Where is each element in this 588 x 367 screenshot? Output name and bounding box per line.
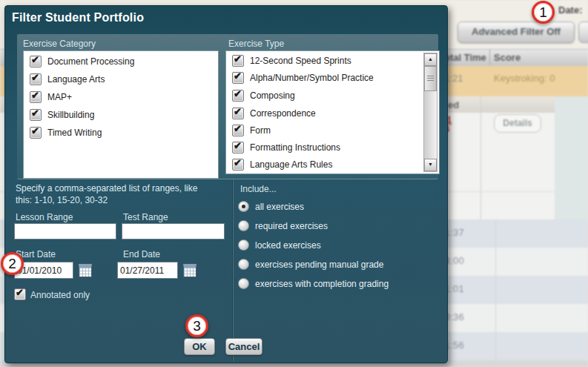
- include-label: Include...: [240, 184, 277, 194]
- item-label: Timed Writing: [47, 128, 102, 138]
- checkbox-map-plus[interactable]: [30, 91, 42, 103]
- start-date-calendar-icon[interactable]: [79, 264, 92, 277]
- range-help-line2: this: 1-10, 15-20, 30-32: [16, 195, 108, 205]
- column-header-score: Score: [494, 52, 521, 63]
- scroll-thumb[interactable]: [424, 66, 437, 91]
- filter-student-portfolio-dialog: Filter Student Portfolio Exercise Catego…: [4, 5, 448, 363]
- end-date-input[interactable]: [117, 262, 178, 279]
- checkbox-composing[interactable]: [232, 90, 244, 102]
- annotated-only-checkbox[interactable]: [14, 288, 26, 300]
- screen: Date: Advanced Filter Off Total Time Sco…: [0, 0, 588, 367]
- annotation-badge-2: 2: [1, 252, 24, 275]
- checkbox-language-arts-rules[interactable]: [232, 159, 244, 171]
- radio-completion-grading[interactable]: [238, 278, 249, 289]
- item-label: Alpha/Number/Symbol Practice: [250, 73, 374, 83]
- checkbox-timed-writing[interactable]: [30, 127, 42, 139]
- row-column-divider: [495, 219, 496, 360]
- ok-button[interactable]: OK: [184, 338, 215, 355]
- radio-pending-manual-grade[interactable]: [238, 259, 249, 270]
- checkbox-form[interactable]: [232, 125, 244, 136]
- item-label: 12-Second Speed Sprints: [250, 56, 351, 66]
- radio-label: required exercises: [255, 221, 328, 231]
- lesson-range-input[interactable]: [14, 223, 116, 239]
- advanced-filter-button[interactable]: Advanced Filter Off: [457, 22, 575, 43]
- annotated-only-label: Annotated only: [30, 290, 90, 300]
- details-button[interactable]: Details: [494, 114, 541, 133]
- detail-divider: [480, 96, 481, 219]
- column-divider: [489, 49, 490, 65]
- item-label: Formatting Instructions: [250, 142, 340, 153]
- scroll-up-icon[interactable]: ▲: [424, 53, 437, 66]
- test-range-label: Test Range: [123, 212, 168, 222]
- exercise-type-scrollbar[interactable]: ▲ ▼: [423, 53, 437, 172]
- item-label: Language Arts: [47, 74, 105, 85]
- test-range-input[interactable]: [122, 223, 225, 239]
- item-label: Skillbuilding: [47, 110, 94, 120]
- exercise-category-label: Exercise Category: [23, 39, 96, 49]
- cancel-button[interactable]: Cancel: [225, 338, 262, 355]
- radio-all-exercises[interactable]: [238, 201, 249, 212]
- exercise-category-list: Document Processing Language Arts MAP+ S…: [23, 50, 219, 179]
- annotation-badge-1: 1: [532, 1, 555, 24]
- item-label: Language Arts Rules: [250, 159, 332, 170]
- range-help-line1: Specify a comma-separated list of ranges…: [16, 183, 197, 194]
- exercise-type-label: Exercise Type: [228, 39, 284, 49]
- radio-label: exercises pending manual grade: [255, 259, 383, 270]
- checkbox-correspondence[interactable]: [232, 108, 244, 119]
- checkbox-language-arts[interactable]: [30, 73, 42, 85]
- radio-required-exercises[interactable]: [238, 220, 249, 231]
- checkbox-skillbuilding[interactable]: [30, 109, 42, 121]
- lesson-range-label: Lesson Range: [16, 212, 73, 222]
- date-label: Date:: [558, 4, 583, 16]
- checkbox-formatting-instructions[interactable]: [232, 142, 244, 153]
- clipped-toolbar-button[interactable]: [578, 22, 588, 43]
- item-label: MAP+: [47, 92, 72, 102]
- checkbox-speed-sprints[interactable]: [232, 55, 244, 67]
- item-label: Composing: [250, 90, 295, 101]
- detail-side-area: [555, 96, 588, 219]
- exercise-lists-panel: Exercise Category Document Processing La…: [17, 34, 438, 179]
- end-date-calendar-icon[interactable]: [183, 264, 196, 277]
- highlighted-row-score: Keystroking: 0: [494, 73, 555, 84]
- annotation-badge-3: 3: [185, 314, 208, 337]
- radio-label: all exercises: [255, 202, 304, 212]
- section-divider: [233, 179, 234, 362]
- detail-subheader-text: ed: [448, 99, 459, 110]
- end-date-label: End Date: [123, 249, 160, 259]
- radio-label: locked exercises: [255, 240, 321, 251]
- item-label: Document Processing: [47, 56, 134, 67]
- radio-locked-exercises[interactable]: [238, 239, 249, 251]
- scroll-down-icon[interactable]: ▼: [424, 159, 437, 171]
- checkbox-alpha-number-symbol[interactable]: [232, 72, 244, 84]
- radio-label: exercises with completion grading: [255, 279, 389, 289]
- exercise-type-list: 12-Second Speed Sprints Alpha/Number/Sym…: [225, 50, 440, 174]
- item-label: Form: [250, 125, 271, 136]
- item-label: Correspondence: [250, 108, 316, 119]
- dialog-title: Filter Student Portfolio: [12, 11, 144, 24]
- checkbox-document-processing[interactable]: [30, 56, 42, 67]
